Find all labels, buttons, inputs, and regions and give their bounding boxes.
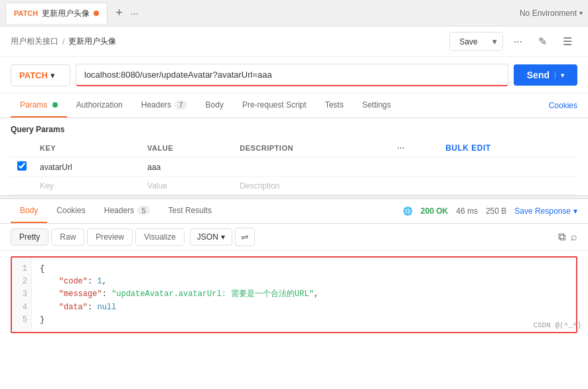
chevron-down-icon: ▾ bbox=[579, 9, 583, 17]
res-tab-body[interactable]: Body bbox=[11, 199, 47, 223]
add-tab-button[interactable]: + bbox=[110, 6, 128, 20]
tab-params[interactable]: Params bbox=[11, 94, 67, 117]
line-numbers: 1 2 3 4 5 bbox=[12, 258, 32, 332]
res-tab-headers[interactable]: Headers 5 bbox=[95, 199, 159, 223]
tab-settings-label: Settings bbox=[362, 100, 391, 110]
url-input[interactable] bbox=[76, 64, 508, 86]
row-value[interactable]: aaa bbox=[141, 157, 233, 177]
breadcrumb-bar: 用户相关接口 / 更新用户头像 Save ▾ ··· ✎ ☰ bbox=[0, 27, 588, 57]
params-table: KEY VALUE DESCRIPTION ··· Bulk Edit avat… bbox=[11, 139, 577, 195]
breadcrumb-actions: Save ▾ ··· ✎ ☰ bbox=[449, 32, 577, 51]
code-line-4: "data": null bbox=[40, 301, 568, 314]
query-params-section: Query Params KEY VALUE DESCRIPTION ··· B… bbox=[0, 118, 588, 195]
save-response-button[interactable]: Save Response ▾ bbox=[514, 206, 577, 216]
tab-headers-label: Headers bbox=[141, 100, 171, 110]
edit-icon-button[interactable]: ✎ bbox=[533, 33, 552, 50]
bulk-edit-link[interactable]: Bulk Edit bbox=[445, 143, 491, 153]
row-checkbox-cell[interactable] bbox=[11, 157, 33, 177]
tab-unsaved-dot bbox=[94, 11, 99, 16]
row-checkbox[interactable] bbox=[17, 161, 27, 171]
response-size: 250 B bbox=[486, 206, 506, 216]
code-container: 1 2 3 4 5 { "code": 1, "message": "updat… bbox=[11, 256, 577, 333]
send-label: Send bbox=[527, 70, 550, 80]
params-dot bbox=[52, 102, 58, 108]
save-response-label: Save Response bbox=[514, 206, 571, 216]
code-line-1: { bbox=[40, 263, 568, 275]
placeholder-value[interactable]: Value bbox=[141, 177, 233, 195]
tab-params-label: Params bbox=[20, 100, 47, 110]
res-tab-test-label: Test Results bbox=[169, 206, 212, 215]
status-code: 200 OK bbox=[421, 206, 448, 216]
tab-tests[interactable]: Tests bbox=[316, 94, 353, 117]
line-num-4: 4 bbox=[16, 301, 27, 314]
method-selector[interactable]: PATCH ▾ bbox=[11, 64, 70, 86]
code-line-3: "message": "updateAvatar.avatarUrl: 需要是一… bbox=[40, 288, 568, 301]
col-description: DESCRIPTION bbox=[233, 139, 391, 157]
placeholder-description[interactable]: Description bbox=[233, 177, 391, 195]
tab-name: 更新用户头像 bbox=[42, 8, 90, 19]
url-bar: PATCH ▾ Send ▾ bbox=[0, 57, 588, 94]
response-tabs-bar: Body Cookies Headers 5 Test Results 🌐 20… bbox=[0, 199, 588, 224]
method-text: PATCH bbox=[19, 70, 48, 80]
row-description[interactable] bbox=[233, 157, 391, 177]
line-num-1: 1 bbox=[16, 263, 27, 275]
row-bulk bbox=[439, 157, 577, 177]
save-button[interactable]: Save bbox=[450, 33, 486, 50]
send-dropdown-icon: ▾ bbox=[555, 72, 564, 79]
col-more-icon: ··· bbox=[391, 139, 439, 157]
placeholder-checkbox bbox=[11, 177, 33, 195]
placeholder-more bbox=[391, 177, 439, 195]
format-label: JSON bbox=[197, 232, 218, 242]
environment-label: No Environment bbox=[520, 9, 577, 18]
save-response-chevron: ▾ bbox=[573, 206, 577, 216]
save-button-group[interactable]: Save ▾ bbox=[449, 32, 502, 51]
environment-selector[interactable]: No Environment ▾ bbox=[520, 9, 583, 18]
response-actions: ⧉ ⌕ bbox=[558, 231, 577, 243]
breadcrumb-parent[interactable]: 用户相关接口 bbox=[11, 36, 58, 47]
response-time: 46 ms bbox=[456, 206, 478, 216]
res-tab-cookies-label: Cookies bbox=[56, 206, 85, 215]
save-dropdown-button[interactable]: ▾ bbox=[487, 33, 502, 50]
code-content: { "code": 1, "message": "updateAvatar.av… bbox=[32, 258, 576, 332]
row-key[interactable]: avatarUrl bbox=[33, 157, 141, 177]
tab-more-button[interactable]: ··· bbox=[131, 8, 139, 19]
tab-pre-request[interactable]: Pre-request Script bbox=[233, 94, 316, 117]
search-response-button[interactable]: ⌕ bbox=[571, 231, 577, 243]
headers-badge: 7 bbox=[175, 100, 186, 110]
col-value: VALUE bbox=[141, 139, 233, 157]
view-visualize-button[interactable]: Visualize bbox=[135, 228, 184, 246]
line-num-3: 3 bbox=[16, 288, 27, 301]
res-tab-body-label: Body bbox=[20, 206, 38, 215]
view-raw-button[interactable]: Raw bbox=[51, 228, 84, 246]
cookies-link[interactable]: Cookies bbox=[549, 101, 577, 110]
comment-icon-button[interactable]: ☰ bbox=[557, 33, 577, 50]
table-row-placeholder: Key Value Description bbox=[11, 177, 577, 195]
wrap-button[interactable]: ⇌ bbox=[235, 228, 255, 246]
placeholder-key[interactable]: Key bbox=[33, 177, 141, 195]
res-tab-cookies[interactable]: Cookies bbox=[47, 199, 94, 223]
tab-method: PATCH bbox=[14, 9, 38, 17]
view-pretty-button[interactable]: Pretty bbox=[11, 228, 48, 246]
res-tab-headers-label: Headers bbox=[104, 206, 134, 215]
more-options-button[interactable]: ··· bbox=[508, 33, 528, 50]
request-tab[interactable]: PATCH 更新用户头像 bbox=[5, 3, 108, 24]
breadcrumb: 用户相关接口 / 更新用户头像 bbox=[11, 36, 116, 47]
res-tab-test-results[interactable]: Test Results bbox=[159, 199, 221, 223]
tab-pre-request-label: Pre-request Script bbox=[242, 100, 307, 110]
tab-settings[interactable]: Settings bbox=[353, 94, 400, 117]
tab-tests-label: Tests bbox=[325, 100, 344, 110]
response-status: 🌐 200 OK 46 ms 250 B Save Response ▾ bbox=[403, 206, 577, 216]
col-key: KEY bbox=[33, 139, 141, 157]
col-checkbox bbox=[11, 139, 33, 157]
copy-response-button[interactable]: ⧉ bbox=[558, 231, 565, 243]
response-code-area: 1 2 3 4 5 { "code": 1, "message": "updat… bbox=[0, 256, 588, 333]
tab-authorization[interactable]: Authorization bbox=[67, 94, 132, 117]
format-selector[interactable]: JSON ▾ bbox=[190, 228, 232, 246]
placeholder-bulk bbox=[439, 177, 577, 195]
send-button[interactable]: Send ▾ bbox=[514, 64, 577, 86]
tab-headers[interactable]: Headers 7 bbox=[132, 94, 196, 117]
breadcrumb-separator: / bbox=[62, 37, 64, 46]
tab-body[interactable]: Body bbox=[196, 94, 233, 117]
view-preview-button[interactable]: Preview bbox=[87, 228, 133, 246]
more-icon: ··· bbox=[398, 144, 405, 152]
